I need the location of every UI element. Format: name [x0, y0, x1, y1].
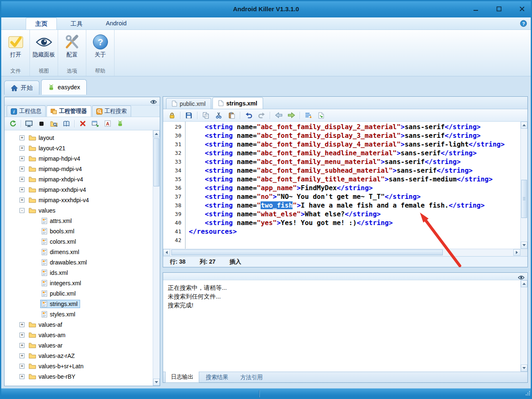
tree-item-mipmap-xxhdpi-v4[interactable]: +mipmap-xxhdpi-v4	[5, 184, 152, 195]
scrollbar-thumb[interactable]	[171, 250, 443, 255]
tree-expander-icon[interactable]: +	[20, 146, 24, 151]
document-tab-easydex[interactable]: easydex	[41, 79, 87, 95]
scroll-left-icon[interactable]	[163, 249, 170, 256]
log-scrollbar[interactable]	[520, 280, 527, 372]
tree-expander-icon[interactable]: +	[20, 198, 24, 203]
editor-scrollbar[interactable]	[520, 122, 527, 249]
tree-expander-icon[interactable]: +	[20, 333, 24, 338]
ribbon-tab-home[interactable]: 主页	[26, 17, 57, 29]
scroll-up-icon[interactable]	[521, 122, 527, 129]
tree-scrollbar[interactable]	[153, 130, 160, 386]
refresh-icon[interactable]	[8, 119, 17, 128]
tree-item-mipmap-xhdpi-v4[interactable]: +mipmap-xhdpi-v4	[5, 174, 152, 184]
scroll-right-icon[interactable]	[513, 249, 520, 256]
tree-expander-icon[interactable]: +	[20, 166, 24, 171]
tree-item-colors-xml[interactable]: colors.xml	[5, 236, 152, 247]
log-tab-method-references[interactable]: 方法引用	[235, 372, 268, 383]
stop-icon[interactable]	[37, 119, 46, 128]
ribbon-tab-tools[interactable]: 工具	[61, 17, 92, 29]
tree-expander-icon[interactable]: +	[20, 343, 24, 348]
tree-expander-icon[interactable]: +	[20, 187, 24, 192]
minimize-button[interactable]	[472, 5, 479, 12]
tree-expander-icon[interactable]: +	[20, 374, 24, 379]
ribbon-button-help[interactable]: ?关于	[88, 33, 113, 58]
code-line-32[interactable]: <string name="abc_font_family_headline_m…	[189, 149, 520, 157]
project-tab-project-manager[interactable]: 工程管理器	[46, 105, 91, 117]
code-line-31[interactable]: <string name="abc_font_family_display_4_…	[189, 140, 520, 149]
tree-item-ids-xml[interactable]: ids.xml	[5, 267, 152, 278]
resize-grip-icon[interactable]	[525, 390, 530, 397]
scroll-down-icon[interactable]	[153, 379, 160, 386]
tree-item-layout-v21[interactable]: +layout-v21	[5, 143, 152, 153]
lock-icon[interactable]	[167, 111, 176, 120]
editor-hscrollbar[interactable]	[163, 249, 520, 256]
format-icon[interactable]	[304, 111, 313, 120]
delete-icon[interactable]	[78, 119, 87, 128]
export-icon[interactable]	[317, 111, 326, 120]
tree-expander-icon[interactable]: +	[20, 353, 24, 358]
ribbon-button-view[interactable]: 隐藏面板	[31, 33, 57, 58]
code-line-39[interactable]: <string name="what_else">What else?</str…	[189, 210, 520, 218]
tree-expander-icon[interactable]: +	[20, 364, 24, 369]
forward-icon[interactable]	[287, 111, 296, 120]
code-line-42[interactable]	[189, 236, 520, 245]
code-line-38[interactable]: <string name="two_fish">I have a male fi…	[189, 201, 520, 210]
tree-expander-icon[interactable]: +	[20, 177, 24, 182]
scroll-down-icon[interactable]	[521, 242, 527, 249]
project-tab-project-search[interactable]: 工程搜索	[92, 105, 131, 117]
ribbon-tab-android[interactable]: Android	[96, 17, 136, 29]
code-line-29[interactable]: <string name="abc_font_family_display_2_…	[189, 122, 520, 131]
close-button[interactable]	[519, 5, 525, 12]
paste-icon[interactable]	[227, 111, 236, 120]
code-line-37[interactable]: <string name="no">"NO~ You don't get me~…	[189, 192, 520, 201]
tree-item-public-xml[interactable]: public.xml	[5, 288, 152, 299]
code-line-33[interactable]: <string name="abc_font_family_menu_mater…	[189, 157, 520, 166]
tree-item-bools-xml[interactable]: bools.xml	[5, 226, 152, 236]
tree-item-values-b-sr-latn[interactable]: +values-b+sr+Latn	[5, 361, 152, 371]
cut-icon[interactable]	[214, 111, 223, 120]
log-tab-log-output[interactable]: 日志输出	[165, 372, 199, 383]
document-tab-start[interactable]: 开始	[4, 81, 39, 95]
ribbon-button-options[interactable]: 配置	[59, 33, 85, 58]
tree-expander-icon[interactable]: +	[20, 135, 24, 140]
tree-item-values-ar[interactable]: +values-ar	[5, 340, 152, 350]
new-window-icon[interactable]	[90, 119, 100, 128]
help-icon[interactable]: ?	[520, 20, 527, 29]
scrollbar-thumb[interactable]	[154, 138, 159, 186]
tree-item-mipmap-xxxhdpi-v4[interactable]: +mipmap-xxxhdpi-v4	[5, 195, 152, 205]
tree-expander-icon[interactable]: +	[20, 322, 24, 327]
tree-expander-icon[interactable]: +	[20, 156, 24, 161]
tree-item-dimens-xml[interactable]: dimens.xml	[5, 247, 152, 257]
tree-item-mipmap-mdpi-v4[interactable]: +mipmap-mdpi-v4	[5, 164, 152, 174]
scroll-up-icon[interactable]	[521, 280, 527, 287]
folder-search-icon[interactable]	[49, 119, 59, 128]
tree-item-drawables-xml[interactable]: drawables.xml	[5, 257, 152, 267]
editor-tab-strings-xml[interactable]: strings.xml	[212, 97, 263, 109]
editor-tab-public-xml[interactable]: public.xml	[166, 98, 211, 109]
tree-item-attrs-xml[interactable]: attrs.xml	[5, 215, 152, 226]
tree-item-integers-xml[interactable]: integers.xml	[5, 278, 152, 288]
code-line-35[interactable]: <string name="abc_font_family_title_mate…	[189, 175, 520, 184]
android-icon[interactable]	[115, 119, 124, 128]
tree-item-styles-xml[interactable]: styles.xml	[5, 309, 152, 319]
tree-item-values-am[interactable]: +values-am	[5, 330, 152, 340]
screen-icon[interactable]	[24, 119, 34, 128]
letter-a-icon[interactable]: A	[103, 119, 112, 128]
maximize-button[interactable]	[495, 5, 502, 12]
code-line-41[interactable]: </resources>	[189, 227, 520, 236]
code-line-30[interactable]: <string name="abc_font_family_display_3_…	[189, 131, 520, 140]
tree-item-values[interactable]: -values	[5, 205, 152, 215]
code-editor[interactable]: <string name="abc_font_family_display_2_…	[185, 122, 520, 249]
copy-icon[interactable]	[201, 111, 210, 120]
save-icon[interactable]	[184, 111, 193, 120]
tree-item-mipmap-hdpi-v4[interactable]: +mipmap-hdpi-v4	[5, 153, 152, 164]
log-tab-search-results[interactable]: 搜索结果	[200, 372, 234, 383]
scrollbar-thumb[interactable]	[521, 180, 527, 218]
undo-icon[interactable]	[244, 111, 253, 120]
tree-item-layout[interactable]: +layout	[5, 132, 152, 143]
tree-item-values-be-rby[interactable]: +values-be-rBY	[5, 371, 152, 382]
back-icon[interactable]	[274, 111, 283, 120]
code-line-40[interactable]: <string name="yes">Yes! You got me! :)</…	[189, 218, 520, 227]
scroll-up-icon[interactable]	[153, 130, 160, 137]
eye-icon[interactable]	[150, 98, 157, 106]
